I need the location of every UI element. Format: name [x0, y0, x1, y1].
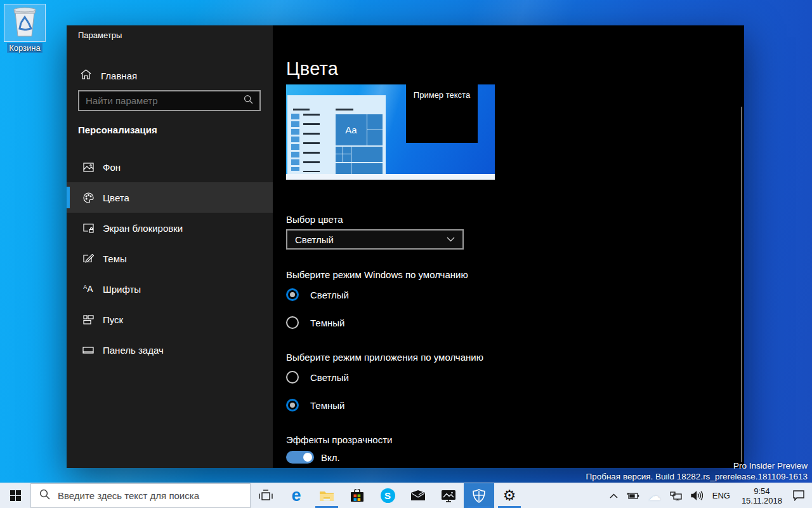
- fonts-icon: AA: [82, 284, 94, 294]
- taskbar-app-photos[interactable]: [433, 483, 464, 508]
- radio-app-mode-dark[interactable]: Темный: [286, 399, 344, 411]
- taskbar-clock[interactable]: 9:54 15.11.2018: [735, 486, 789, 505]
- sidebar-item-label: Фон: [103, 162, 121, 173]
- vertical-scrollbar[interactable]: [741, 107, 742, 462]
- radio-windows-mode-light[interactable]: Светлый: [286, 288, 349, 301]
- preview-list-lines: [303, 114, 320, 172]
- page-title: Цвета: [286, 58, 338, 79]
- sidebar-item-label: Пуск: [103, 314, 123, 325]
- preview-start-tiles: Aa: [336, 114, 383, 174]
- sidebar-item-fonts[interactable]: AA Шрифты: [67, 274, 273, 304]
- microsoft-store-icon: [350, 489, 364, 502]
- volume-icon[interactable]: [686, 491, 707, 500]
- preview-light-window: Aa: [287, 95, 386, 174]
- preview-dash: [293, 109, 310, 110]
- sidebar-item-themes[interactable]: Темы: [67, 243, 273, 274]
- taskbar-app-settings[interactable]: ⚙: [494, 483, 525, 508]
- file-explorer-icon: [319, 490, 334, 502]
- preview-tile: [336, 147, 351, 162]
- watermark-line1: Pro Insider Preview: [586, 460, 808, 471]
- radio-selected-icon: [286, 288, 299, 301]
- system-tray: ☁ ENG 9:54 15.11.2018: [605, 483, 812, 508]
- sidebar-section-title: Персонализация: [78, 124, 157, 135]
- sidebar-item-background[interactable]: Фон: [67, 152, 273, 182]
- action-center-button[interactable]: [789, 490, 812, 501]
- radio-unselected-icon: [286, 371, 299, 384]
- start-button[interactable]: [0, 483, 30, 508]
- radio-label: Темный: [310, 400, 344, 411]
- color-select-label: Выбор цвета: [286, 214, 343, 225]
- sidebar-item-label: Панель задач: [103, 345, 164, 356]
- skype-icon: S: [381, 488, 395, 503]
- sidebar-item-home[interactable]: Главная: [67, 64, 273, 88]
- color-select-value: Светлый: [295, 234, 334, 245]
- mail-icon: [410, 490, 426, 501]
- palette-icon: [82, 192, 94, 203]
- edge-icon: e: [291, 487, 301, 504]
- home-icon: [81, 69, 91, 82]
- language-indicator[interactable]: ENG: [707, 491, 735, 500]
- insider-watermark: Pro Insider Preview Пробная версия. Buil…: [586, 460, 808, 482]
- radio-label: Светлый: [310, 372, 349, 383]
- radio-windows-mode-dark[interactable]: Темный: [286, 316, 344, 329]
- settings-content-pane: Цвета Aa: [273, 25, 744, 468]
- sidebar-item-label: Экран блокировки: [103, 223, 183, 234]
- battery-icon[interactable]: [622, 492, 644, 500]
- taskbar-app-edge[interactable]: e: [281, 483, 311, 508]
- taskbar-search-placeholder: Введите здесь текст для поиска: [58, 490, 199, 501]
- desktop-wallpaper: Корзина Параметры Главная: [0, 0, 812, 508]
- preview-list-squares: [291, 114, 299, 171]
- photos-icon: [441, 490, 456, 502]
- sidebar-nav: Фон Цвета: [67, 152, 273, 365]
- background-image-icon: [82, 163, 94, 172]
- sidebar-item-label: Темы: [103, 253, 127, 264]
- taskbar-app-skype[interactable]: S: [372, 483, 403, 508]
- taskbar-app-file-explorer[interactable]: [311, 483, 342, 508]
- settings-search-box[interactable]: [78, 90, 261, 111]
- preview-taskbar: [286, 174, 495, 180]
- gear-icon: ⚙: [503, 488, 516, 503]
- radio-label: Темный: [310, 318, 344, 328]
- sidebar-item-start[interactable]: Пуск: [67, 304, 273, 335]
- onedrive-cloud-icon[interactable]: ☁: [644, 488, 665, 504]
- taskbar-rect-icon: [82, 347, 94, 354]
- settings-search-input[interactable]: [79, 95, 244, 106]
- settings-window: Параметры Главная Персонализация: [67, 25, 744, 468]
- taskbar-app-mail[interactable]: [403, 483, 433, 508]
- taskbar-app-store[interactable]: [342, 483, 372, 508]
- transparency-toggle[interactable]: [286, 451, 314, 464]
- preview-tile: [367, 130, 383, 145]
- watermark-line2: Пробная версия. Build 18282.rs_prereleas…: [586, 471, 808, 482]
- taskbar-app-security-active[interactable]: [464, 483, 494, 508]
- sidebar-item-label: Цвета: [103, 192, 129, 203]
- windows-mode-group-label: Выберите режим Windows по умолчанию: [286, 269, 468, 280]
- chevron-down-icon: [447, 237, 455, 242]
- clock-date: 15.11.2018: [742, 496, 782, 505]
- recycle-bin-icon: [10, 6, 39, 39]
- taskbar: Введите здесь текст для поиска e S: [0, 483, 812, 508]
- clock-time: 9:54: [742, 486, 782, 496]
- recycle-bin-label: Корзина: [7, 43, 43, 53]
- transparency-label: Эффекты прозрачности: [286, 434, 392, 445]
- lock-screen-icon: [82, 224, 94, 233]
- color-mode-preview: Aa Пример текста: [286, 84, 495, 180]
- recycle-bin-desktop-icon[interactable]: Корзина: [4, 4, 46, 53]
- sidebar-item-taskbar[interactable]: Панель задач: [67, 335, 273, 365]
- network-icon[interactable]: [665, 491, 686, 500]
- task-view-icon: [259, 490, 273, 502]
- color-select-dropdown[interactable]: Светлый: [286, 229, 464, 250]
- start-menu-icon: [82, 315, 94, 324]
- tray-chevron-up[interactable]: [605, 493, 622, 498]
- transparency-state-label: Вкл.: [321, 452, 340, 463]
- search-icon: [39, 489, 50, 502]
- radio-label: Светлый: [310, 290, 349, 300]
- task-view-button[interactable]: [251, 483, 281, 508]
- radio-unselected-icon: [286, 316, 299, 329]
- preview-aa-tile: Aa: [336, 114, 367, 145]
- sidebar-item-colors[interactable]: Цвета: [67, 182, 273, 213]
- taskbar-search-box[interactable]: Введите здесь текст для поиска: [30, 483, 251, 508]
- sidebar-item-lock-screen[interactable]: Экран блокировки: [67, 213, 273, 243]
- preview-tile: [351, 147, 383, 162]
- radio-app-mode-light[interactable]: Светлый: [286, 371, 349, 384]
- themes-icon: [82, 253, 94, 264]
